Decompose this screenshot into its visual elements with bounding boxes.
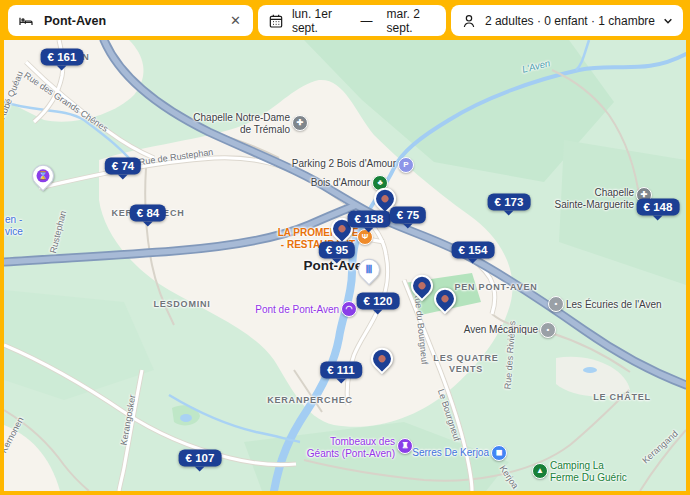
price-marker[interactable]: € 107 [179,450,222,467]
checkout-date: mar. 2 sept. [387,7,436,35]
checkin-date: lun. 1er sept. [292,7,347,35]
tent-icon: ▲ [532,463,548,479]
area-label: PEN PONT-AVEN [454,282,537,293]
search-bar: ✕ lun. 1er sept. — mar. 2 sept. 2 adulte… [4,4,686,40]
price-marker[interactable]: € 173 [488,194,531,211]
price-marker[interactable]: € 158 [348,211,391,228]
dot-icon: • [548,296,564,312]
poi-label-serres-de-kerjoa: Serres De Kerjoa [412,447,489,459]
price-marker[interactable]: € 84 [130,205,166,222]
price-marker[interactable]: € 154 [452,242,495,259]
poi-label-bois-damour: Bois d'Amour [311,177,370,189]
area-label: LE CHÂTEL [593,392,651,403]
price-marker[interactable]: € 148 [637,199,680,216]
landmark-icon: ♜ [397,438,413,454]
destination-input[interactable] [42,13,220,29]
poi-label-chapelle-sainte-marguerite: ChapelleSainte-Marguerite [555,187,634,210]
price-marker[interactable]: € 95 [319,242,355,259]
bridge-icon: ◠ [341,301,357,317]
bed-icon [18,13,34,29]
calendar-icon [268,13,284,29]
area-label: N [82,52,89,63]
poi-label-les-ecuries-de-laven: Les Écuries de l'Aven [566,299,662,311]
chevron-down-icon [663,16,673,26]
area-label: LES QUATREVENTS [433,353,498,375]
area-label: LESDOMINI [153,299,210,310]
poi-label-clipped-poi-left-edge: en -vice [5,214,23,237]
map-canvas[interactable]: Abbé QuéauRue des Grands ChênesRue de Ru… [4,40,686,491]
poi-label-tombeaux-des-geants: Tombeaux desGéants (Pont-Aven) [307,436,395,459]
cross-icon: ✚ [292,115,308,131]
poi-label-camping-la-ferme-du-gueric: Camping LaFerme Du Guéric [550,460,627,483]
clear-destination-icon[interactable]: ✕ [228,11,243,30]
price-marker[interactable]: € 111 [320,362,362,379]
person-icon [461,13,477,29]
occupancy-summary: 2 adultes · 0 enfant · 1 chambre [485,14,655,28]
poi-label-parking-2-bois-damour: Parking 2 Bois d'Amour [292,158,396,170]
dates-field[interactable]: lun. 1er sept. — mar. 2 sept. [258,5,446,36]
store-icon: ◼ [491,445,507,461]
destination-field[interactable]: ✕ [8,5,253,36]
price-marker[interactable]: € 161 [41,49,84,66]
booking-map-page: ✕ lun. 1er sept. — mar. 2 sept. 2 adulte… [0,0,690,495]
poi-label-aven-mecanique: Aven Mécanique [464,324,538,336]
date-separator: — [361,14,373,28]
parking-icon: P [398,157,414,173]
price-marker[interactable]: € 74 [105,158,141,175]
price-marker[interactable]: € 75 [390,207,426,224]
poi-label-chapelle-notre-dame-de-tremalo: Chapelle Notre-Damede Trémalo [193,112,290,135]
area-label: KERANPERCHEC [267,395,353,406]
dot-icon: • [540,322,556,338]
price-marker[interactable]: € 120 [357,293,400,310]
poi-label-pont-de-pont-aven: Pont de Pont-Aven [255,304,339,316]
occupancy-field[interactable]: 2 adultes · 0 enfant · 1 chambre [451,5,683,36]
